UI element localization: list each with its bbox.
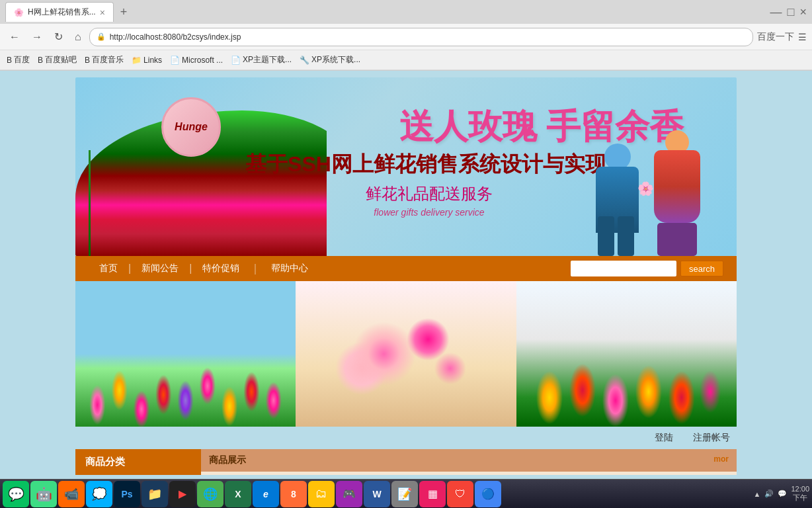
taskbar-icon-files[interactable]: 📁 xyxy=(142,481,168,507)
browser-right-buttons: 百度一下 ☰ xyxy=(757,31,807,43)
gallery-image-2 xyxy=(296,281,516,427)
address-bar[interactable]: 🔒 http://localhost:8080/b2csys/index.jsp xyxy=(89,28,753,46)
taskbar-icon-android[interactable]: 🤖 xyxy=(30,481,57,507)
bookmarks-bar: B百度 B百度贴吧 B百度音乐 📁Links 📄Microsoft ... 📄X… xyxy=(0,50,812,70)
taskbar-ampm: 下午 xyxy=(791,493,809,503)
product-panel-title: mor 商品展示 xyxy=(201,449,737,472)
login-link[interactable]: 登陆 xyxy=(655,432,673,444)
restore-btn[interactable]: □ xyxy=(788,5,795,19)
cartoon-man xyxy=(591,144,644,256)
nav-sep-1: | xyxy=(128,263,131,275)
search-button[interactable]: search xyxy=(680,261,723,276)
gallery-image-1 xyxy=(75,281,296,427)
minimize-btn[interactable]: — xyxy=(770,5,782,19)
search-input[interactable] xyxy=(571,261,676,276)
refresh-btn[interactable]: ↻ xyxy=(50,28,67,46)
nav-sep-2: | xyxy=(189,263,192,275)
taskbar-icon-note[interactable]: 📝 xyxy=(391,481,418,507)
taskbar-time: 12:00 xyxy=(791,485,809,493)
taskbar-icon-photoshop[interactable]: Ps xyxy=(114,481,140,507)
banner-logo: Hunge xyxy=(161,97,221,157)
tab-close-btn[interactable]: × xyxy=(100,7,105,18)
nav-search-wrap: search xyxy=(571,261,723,276)
taskbar-tray-icon-3[interactable]: 💬 xyxy=(778,489,787,498)
taskbar-tray-icon-2[interactable]: 🔊 xyxy=(764,489,774,498)
navbar: 首页 | 新闻公告 | 特价促销 ｜ 帮助中心 search xyxy=(75,256,737,281)
banner: Hunge 送人玫瑰 手留余香 基于SSH网上鲜花销售系统设计与实现 鲜花礼品配… xyxy=(75,77,737,256)
taskbar-icon-grid[interactable]: ▦ xyxy=(419,481,446,507)
page-content: Hunge 送人玫瑰 手留余香 基于SSH网上鲜花销售系统设计与实现 鲜花礼品配… xyxy=(0,71,812,482)
nav-news[interactable]: 新闻公告 xyxy=(131,263,189,275)
taskbar-icon-chat[interactable]: 💭 xyxy=(86,481,112,507)
taskbar-icon-video[interactable]: 📹 xyxy=(58,481,85,507)
bookmark-tieba[interactable]: B百度贴吧 xyxy=(38,54,77,65)
more-btn[interactable]: mor xyxy=(713,454,729,464)
gallery-image-3 xyxy=(516,281,737,427)
browser-chrome: 🌸 H网上鲜花销售系... × + — □ × ← → ↻ ⌂ 🔒 http:/… xyxy=(0,0,812,71)
bookmark-xp-theme[interactable]: 📄XP主题下载... xyxy=(231,54,292,65)
register-link[interactable]: 注册帐号 xyxy=(693,432,730,444)
image-gallery xyxy=(75,281,737,427)
taskbar-icon-antivirus[interactable]: 🛡 xyxy=(447,481,473,507)
bookmark-xp-sys[interactable]: 🔧XP系统下载... xyxy=(300,54,360,65)
main-container: Hunge 送人玫瑰 手留余香 基于SSH网上鲜花销售系统设计与实现 鲜花礼品配… xyxy=(75,77,737,475)
bookmark-microsoft[interactable]: 📄Microsoft ... xyxy=(170,56,223,65)
ssl-lock-icon: 🔒 xyxy=(97,32,106,41)
bookmark-music[interactable]: B百度音乐 xyxy=(85,54,124,65)
taskbar-icon-wechat[interactable]: 💬 xyxy=(3,481,29,507)
taskbar-icon-explorer[interactable]: 🗂 xyxy=(308,481,335,507)
close-btn[interactable]: × xyxy=(799,5,807,19)
taskbar-icon-game[interactable]: 🎮 xyxy=(336,481,362,507)
bookmark-links[interactable]: 📁Links xyxy=(132,56,162,65)
taskbar-icon-network[interactable]: 🌐 xyxy=(197,481,223,507)
taskbar-tray-icon-1[interactable]: ▲ xyxy=(754,490,761,498)
taskbar: 💬 🤖 📹 💭 Ps 📁 ▶ 🌐 X e 8 🗂 🎮 W 📝 ▦ 🛡 🔵 ▲ 🔊… xyxy=(0,479,812,508)
category-panel: 商品分类 xyxy=(75,449,201,475)
back-btn[interactable]: ← xyxy=(5,28,24,46)
baidu-search-icon[interactable]: 百度一下 xyxy=(757,31,794,43)
bookmark-baidu[interactable]: B百度 xyxy=(7,54,30,65)
product-section: 商品分类 mor 商品展示 xyxy=(75,449,737,475)
taskbar-icon-word[interactable]: W xyxy=(364,481,390,507)
taskbar-icon-media[interactable]: ▶ xyxy=(169,481,196,507)
taskbar-clock: 12:00 下午 xyxy=(791,485,809,503)
nav-help[interactable]: 帮助中心 xyxy=(261,263,319,275)
taskbar-right: ▲ 🔊 💬 12:00 下午 xyxy=(754,485,809,503)
home-btn[interactable]: ⌂ xyxy=(71,28,85,46)
nav-sep-3: ｜ xyxy=(250,262,261,276)
tab-favicon: 🌸 xyxy=(14,8,24,17)
taskbar-icon-app8[interactable]: 8 xyxy=(280,481,307,507)
browser-menu-icon[interactable]: ☰ xyxy=(798,32,807,42)
cartoon-flower: 🌸 xyxy=(637,181,654,196)
display-title-text: 商品展示 xyxy=(209,454,246,465)
forward-btn[interactable]: → xyxy=(28,28,46,46)
nav-promo[interactable]: 特价促销 xyxy=(192,263,250,275)
tab-bar: 🌸 H网上鲜花销售系... × + — □ × xyxy=(0,0,812,24)
tab-title: H网上鲜花销售系... xyxy=(28,7,96,18)
cartoon-woman xyxy=(651,130,704,256)
category-title: 商品分类 xyxy=(75,449,201,475)
new-tab-btn[interactable]: + xyxy=(116,5,132,19)
taskbar-icon-ie[interactable]: e xyxy=(253,481,279,507)
banner-characters: 🌸 xyxy=(585,110,717,256)
login-row: 登陆 注册帐号 xyxy=(75,427,737,449)
product-panel: mor 商品展示 xyxy=(201,449,737,475)
url-text: http://localhost:8080/b2csys/index.jsp xyxy=(110,32,746,42)
nav-home[interactable]: 首页 xyxy=(89,263,128,275)
taskbar-icon-browser2[interactable]: 🔵 xyxy=(475,481,501,507)
taskbar-icon-excel[interactable]: X xyxy=(225,481,251,507)
browser-controls: ← → ↻ ⌂ 🔒 http://localhost:8080/b2csys/i… xyxy=(0,24,812,50)
active-tab[interactable]: 🌸 H网上鲜花销售系... × xyxy=(5,2,114,22)
